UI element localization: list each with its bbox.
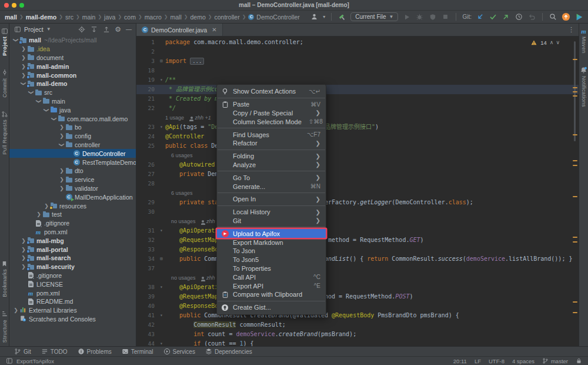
toolwindow-button-dependencies[interactable]: Dependencies — [205, 348, 252, 355]
sidebar-item-maven[interactable]: mMaven — [580, 27, 587, 54]
code-editor[interactable]: 14 ∧∨ 1package com.macro.mall.demo.contr… — [136, 36, 579, 346]
menu-item-to-properties[interactable]: To Properties — [217, 264, 326, 273]
breadcrumb-item[interactable]: com — [124, 14, 136, 21]
editor-tab[interactable]: C DemoController.java ✕ — [136, 24, 223, 36]
toolwindow-button-todo[interactable]: TODO — [41, 348, 68, 355]
sidebar-item-pull-requests[interactable]: Pull Requests — [1, 110, 8, 154]
menu-item-export-markdown[interactable]: Export Markdown — [217, 238, 326, 247]
tree-chevron-icon[interactable]: ❯ — [59, 124, 65, 130]
tree-item[interactable]: ❯src — [9, 88, 136, 97]
tree-chevron-icon[interactable]: ❯ — [21, 55, 26, 61]
tree-item[interactable]: ❯.idea — [9, 45, 136, 54]
breadcrumb-item[interactable]: java — [104, 14, 115, 21]
menu-item-analyze[interactable]: Analyze❯ — [217, 161, 326, 170]
scrollbar[interactable] — [572, 36, 577, 346]
chevron-down-icon[interactable]: ▾ — [323, 15, 325, 19]
sidebar-item-notifications[interactable]: Notifications — [580, 67, 587, 107]
git-push-icon[interactable] — [502, 12, 510, 21]
tree-item[interactable]: .gitignore — [9, 271, 136, 280]
tree-item[interactable]: CRestTemplateDemoCo — [9, 158, 136, 167]
tree-item[interactable]: ❯mall-demo — [9, 79, 136, 88]
tree-item[interactable]: ❯validator — [9, 184, 136, 193]
git-update-icon[interactable] — [476, 12, 485, 21]
tree-item[interactable]: ❯resources — [9, 201, 136, 210]
tree-item[interactable]: ❯mall~/IdeaProjects/mall — [9, 36, 136, 45]
breadcrumb-item[interactable]: mall — [171, 14, 182, 21]
menu-item-show-context-actions[interactable]: Show Context Actions⌥↵ — [217, 87, 326, 96]
line-ending[interactable]: LF — [475, 358, 481, 364]
collapse-all-icon[interactable] — [102, 25, 110, 33]
chevron-down-icon[interactable]: ▼ — [46, 26, 51, 32]
tree-chevron-icon[interactable]: ❯ — [21, 238, 26, 244]
tree-chevron-icon[interactable]: ❯ — [59, 177, 65, 182]
tree-item[interactable]: ❯config — [9, 132, 136, 141]
tree-chevron-icon[interactable]: ❯ — [59, 168, 65, 174]
run-configuration-select[interactable]: Current File ▼ — [350, 12, 398, 21]
indent-setting[interactable]: 4 spaces — [512, 358, 534, 364]
tree-item[interactable]: CDemoController — [9, 149, 136, 158]
menu-item-open-in[interactable]: Open In❯ — [217, 195, 326, 204]
tree-chevron-icon[interactable]: ❯ — [59, 142, 65, 148]
menu-item-to-json[interactable]: To Json — [217, 247, 326, 256]
menu-item-generate[interactable]: Generate...⌘N — [217, 182, 326, 191]
sidebar-item-structure[interactable]: Structure — [1, 310, 8, 343]
tree-chevron-icon[interactable]: ❯ — [21, 255, 26, 261]
tool-windows-icon[interactable] — [6, 357, 13, 364]
tree-item[interactable]: ❯service — [9, 175, 136, 184]
build-hammer-icon[interactable] — [338, 12, 346, 21]
tree-chevron-icon[interactable]: ❯ — [13, 307, 19, 313]
sidebar-item-project[interactable]: Project — [1, 27, 8, 56]
tree-chevron-icon[interactable]: ❯ — [21, 46, 26, 52]
menu-item-create-gist[interactable]: Create Gist... — [217, 303, 326, 312]
tree-item[interactable]: ❯main — [9, 97, 136, 106]
profile-icon[interactable] — [310, 12, 319, 21]
menu-item-column-selection-mode[interactable]: Column Selection Mode⇧⌘8 — [217, 117, 326, 126]
tree-item[interactable]: ❯java — [9, 105, 136, 114]
apifox-upload-icon[interactable] — [562, 12, 570, 21]
stop-icon[interactable] — [441, 12, 450, 21]
inspections-widget[interactable]: 14 ∧∨ — [528, 38, 564, 47]
menu-item-go-to[interactable]: Go To❯ — [217, 173, 326, 182]
lock-icon[interactable] — [576, 357, 582, 364]
tree-chevron-icon[interactable]: ❯ — [59, 185, 65, 191]
tree-item[interactable]: ❯controller — [9, 141, 136, 150]
sidebar-item-bookmarks[interactable]: Bookmarks — [1, 260, 8, 297]
minimize-window-button[interactable] — [12, 3, 16, 8]
tree-item[interactable]: ❯mall-mbg — [9, 236, 136, 245]
tree-chevron-icon[interactable]: ❯ — [13, 37, 19, 43]
gear-icon[interactable]: ⚙ — [115, 26, 121, 33]
menu-item-find-usages[interactable]: Find Usages⌥F7 — [217, 130, 326, 139]
run-icon[interactable] — [402, 12, 411, 21]
breadcrumb-item[interactable]: mall — [5, 14, 17, 21]
tree-item[interactable]: ❯mall-portal — [9, 245, 136, 254]
git-commit-check-icon[interactable] — [489, 12, 497, 21]
menu-item-compare-with-clipboard[interactable]: Compare with Clipboard — [217, 290, 326, 299]
debug-icon[interactable] — [415, 12, 424, 21]
tree-chevron-icon[interactable]: ❯ — [59, 133, 65, 139]
tree-chevron-icon[interactable]: ❯ — [21, 264, 26, 270]
tree-item[interactable]: CMallDemoApplication — [9, 193, 136, 201]
project-tree[interactable]: ❯mall~/IdeaProjects/mall❯.idea❯document❯… — [9, 35, 136, 346]
tree-chevron-icon[interactable]: ❯ — [28, 89, 34, 95]
tree-item[interactable]: .gitignore — [9, 219, 136, 228]
menu-item-paste[interactable]: Paste⌘V — [217, 100, 326, 109]
git-branch-widget[interactable]: master — [542, 358, 568, 364]
file-encoding[interactable]: UTF-8 — [489, 358, 505, 364]
tree-item[interactable]: ❯mall-security — [9, 263, 136, 271]
breadcrumb-item[interactable]: controller — [214, 14, 239, 21]
toolwindow-button-terminal[interactable]: Terminal — [122, 348, 153, 355]
menu-item-refactor[interactable]: Refactor❯ — [217, 139, 326, 148]
caret-position[interactable]: 20:11 — [453, 358, 467, 364]
tree-chevron-icon[interactable]: ❯ — [44, 107, 49, 113]
plugin-play-icon[interactable] — [574, 12, 583, 21]
tree-item[interactable]: ❯mall-search — [9, 254, 136, 263]
menu-item-upload-to-apifox[interactable]: Upload to Apifox — [217, 229, 326, 238]
breadcrumb-item[interactable]: mall-demo — [26, 14, 57, 21]
tree-chevron-icon[interactable]: ❯ — [21, 64, 26, 69]
tree-item[interactable]: Scratches and Consoles — [9, 315, 136, 324]
tree-chevron-icon[interactable]: ❯ — [21, 247, 26, 253]
tree-chevron-icon[interactable]: ❯ — [36, 211, 42, 217]
toolwindow-button-problems[interactable]: Problems — [78, 348, 112, 355]
menu-item-local-history[interactable]: Local History❯ — [217, 208, 326, 217]
tree-item[interactable]: ❯dto — [9, 167, 136, 175]
